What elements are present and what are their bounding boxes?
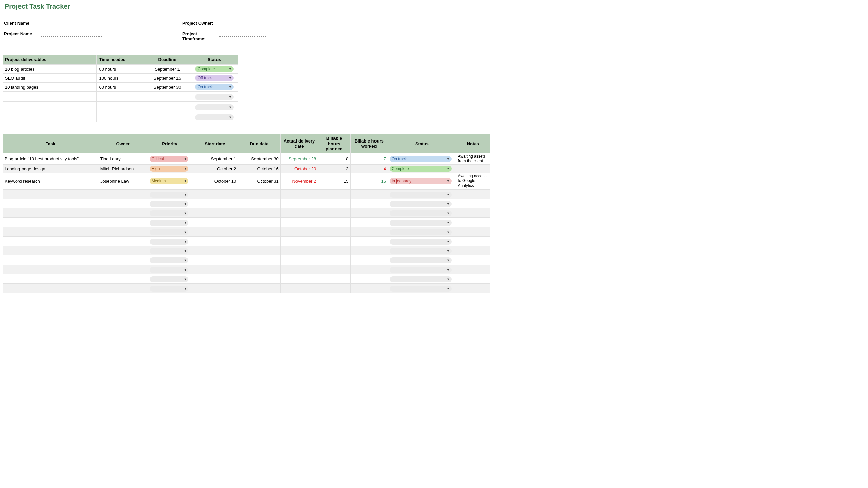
planned-hours[interactable] — [318, 283, 350, 293]
planned-hours[interactable]: 8 — [318, 153, 350, 165]
task-name[interactable] — [3, 274, 98, 283]
deliverable-name[interactable] — [3, 102, 97, 112]
status-dropdown[interactable]: Off track ▼ — [195, 75, 234, 81]
actual-date[interactable] — [280, 189, 318, 199]
planned-hours[interactable] — [318, 199, 350, 208]
actual-date[interactable]: October 20 — [280, 165, 318, 173]
worked-hours[interactable] — [350, 218, 388, 227]
due-date[interactable] — [238, 218, 281, 227]
deadline[interactable] — [144, 112, 191, 122]
project-owner-input[interactable] — [219, 20, 266, 26]
worked-hours[interactable] — [350, 189, 388, 199]
start-date[interactable] — [192, 208, 238, 218]
start-date[interactable] — [192, 283, 238, 293]
notes[interactable] — [456, 246, 490, 255]
deliverable-name[interactable]: SEO audit — [3, 74, 97, 83]
status-dropdown[interactable]: ▼ — [195, 94, 234, 100]
notes[interactable] — [456, 189, 490, 199]
deadline[interactable]: September 1 — [144, 65, 191, 74]
priority-dropdown[interactable]: ▼ — [150, 201, 188, 207]
owner[interactable] — [98, 227, 148, 236]
deadline[interactable]: September 30 — [144, 83, 191, 92]
priority-dropdown[interactable]: ▼ — [150, 286, 188, 292]
start-date[interactable] — [192, 274, 238, 283]
planned-hours[interactable] — [318, 255, 350, 264]
planned-hours[interactable]: 15 — [318, 173, 350, 189]
owner[interactable]: Mitch Richardson — [98, 165, 148, 173]
owner[interactable] — [98, 264, 148, 274]
priority-dropdown[interactable]: ▼ — [150, 210, 188, 217]
actual-date[interactable] — [280, 208, 318, 218]
notes[interactable] — [456, 264, 490, 274]
due-date[interactable] — [238, 283, 281, 293]
notes[interactable] — [456, 283, 490, 293]
worked-hours[interactable]: 4 — [350, 165, 388, 173]
worked-hours[interactable] — [350, 255, 388, 264]
start-date[interactable] — [192, 199, 238, 208]
worked-hours[interactable] — [350, 227, 388, 236]
planned-hours[interactable] — [318, 227, 350, 236]
task-status-dropdown[interactable]: ▼ — [390, 201, 452, 207]
actual-date[interactable] — [280, 236, 318, 246]
owner[interactable] — [98, 274, 148, 283]
owner[interactable] — [98, 218, 148, 227]
client-name-input[interactable] — [41, 20, 101, 26]
priority-dropdown[interactable]: High ▼ — [150, 166, 188, 172]
worked-hours[interactable] — [350, 199, 388, 208]
deliverable-name[interactable]: 10 landing pages — [3, 83, 97, 92]
status-dropdown[interactable]: Complete ▼ — [195, 66, 234, 72]
planned-hours[interactable] — [318, 236, 350, 246]
priority-dropdown[interactable]: ▼ — [150, 239, 188, 245]
task-status-dropdown[interactable]: ▼ — [390, 192, 452, 198]
task-status-dropdown[interactable]: Complete ▼ — [390, 166, 452, 172]
notes[interactable] — [456, 236, 490, 246]
owner[interactable] — [98, 189, 148, 199]
due-date[interactable]: September 30 — [238, 153, 281, 165]
task-status-dropdown[interactable]: ▼ — [390, 220, 452, 226]
planned-hours[interactable] — [318, 274, 350, 283]
time-needed[interactable]: 60 hours — [97, 83, 144, 92]
owner[interactable]: Tina Leary — [98, 153, 148, 165]
time-needed[interactable] — [97, 112, 144, 122]
due-date[interactable] — [238, 264, 281, 274]
notes[interactable] — [456, 227, 490, 236]
planned-hours[interactable] — [318, 218, 350, 227]
priority-dropdown[interactable]: ▼ — [150, 192, 188, 198]
actual-date[interactable] — [280, 274, 318, 283]
actual-date[interactable] — [280, 199, 318, 208]
actual-date[interactable]: November 2 — [280, 173, 318, 189]
priority-dropdown[interactable]: ▼ — [150, 257, 188, 263]
task-status-dropdown[interactable]: ▼ — [390, 257, 452, 263]
deliverable-name[interactable] — [3, 112, 97, 122]
actual-date[interactable] — [280, 246, 318, 255]
notes[interactable] — [456, 199, 490, 208]
status-dropdown[interactable]: On track ▼ — [195, 84, 234, 90]
actual-date[interactable] — [280, 255, 318, 264]
owner[interactable]: Josephine Law — [98, 173, 148, 189]
start-date[interactable]: October 2 — [192, 165, 238, 173]
task-name[interactable] — [3, 199, 98, 208]
task-name[interactable] — [3, 283, 98, 293]
status-dropdown[interactable]: ▼ — [195, 104, 234, 110]
task-status-dropdown[interactable]: ▼ — [390, 239, 452, 245]
due-date[interactable] — [238, 189, 281, 199]
task-name[interactable] — [3, 208, 98, 218]
notes[interactable] — [456, 218, 490, 227]
worked-hours[interactable] — [350, 246, 388, 255]
worked-hours[interactable] — [350, 208, 388, 218]
start-date[interactable] — [192, 236, 238, 246]
deliverable-name[interactable] — [3, 92, 97, 102]
deadline[interactable]: September 15 — [144, 74, 191, 83]
priority-dropdown[interactable]: Critical ▼ — [150, 156, 188, 162]
actual-date[interactable] — [280, 227, 318, 236]
actual-date[interactable] — [280, 283, 318, 293]
start-date[interactable] — [192, 218, 238, 227]
task-name[interactable] — [3, 218, 98, 227]
time-needed[interactable]: 80 hours — [97, 65, 144, 74]
task-name[interactable] — [3, 246, 98, 255]
deadline[interactable] — [144, 102, 191, 112]
worked-hours[interactable] — [350, 274, 388, 283]
task-name[interactable] — [3, 189, 98, 199]
task-name[interactable] — [3, 255, 98, 264]
notes[interactable] — [456, 274, 490, 283]
